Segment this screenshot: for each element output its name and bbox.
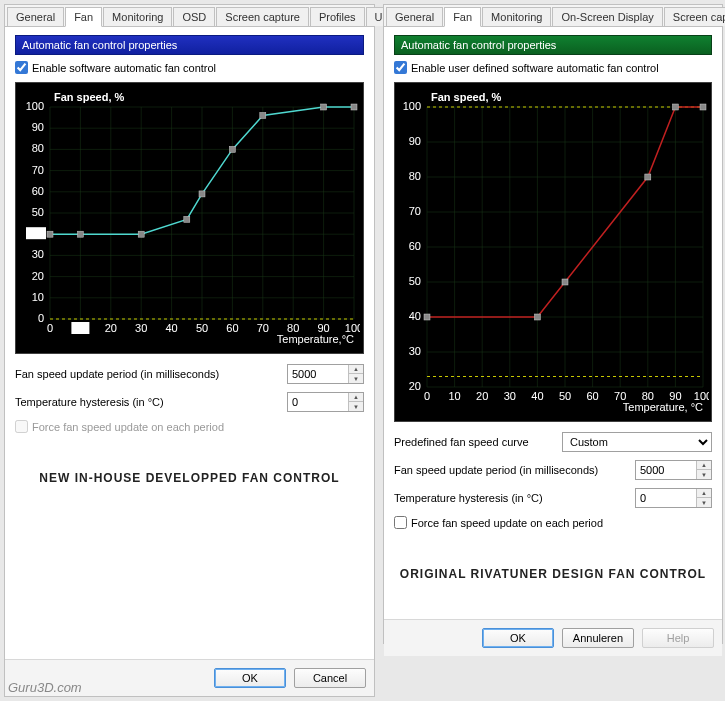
tab-osd[interactable]: OSD <box>173 7 215 26</box>
svg-text:60: 60 <box>586 390 598 402</box>
svg-rect-58 <box>351 104 357 110</box>
update-period-field[interactable] <box>288 367 348 381</box>
svg-text:20: 20 <box>105 322 117 334</box>
curve-preset-select[interactable]: Custom <box>562 432 712 452</box>
svg-rect-55 <box>229 146 235 152</box>
svg-text:10: 10 <box>74 322 86 334</box>
tab-general[interactable]: General <box>386 7 443 26</box>
svg-text:50: 50 <box>409 275 421 287</box>
spin-down-icon[interactable]: ▼ <box>697 498 711 507</box>
force-update-label: Force fan speed update on each period <box>32 421 224 433</box>
svg-text:60: 60 <box>32 185 44 197</box>
svg-rect-56 <box>260 112 266 118</box>
svg-text:70: 70 <box>257 322 269 334</box>
svg-rect-104 <box>534 314 540 320</box>
tab-fan[interactable]: Fan <box>65 7 102 27</box>
svg-text:80: 80 <box>32 142 44 154</box>
svg-rect-54 <box>199 191 205 197</box>
svg-text:40: 40 <box>30 227 42 239</box>
svg-text:60: 60 <box>226 322 238 334</box>
spin-down-icon[interactable]: ▼ <box>349 374 363 383</box>
svg-text:30: 30 <box>504 390 516 402</box>
svg-text:80: 80 <box>409 170 421 182</box>
hysteresis-label: Temperature hysteresis (in °C) <box>394 492 543 504</box>
svg-text:100: 100 <box>403 100 421 112</box>
update-period-field[interactable] <box>636 463 696 477</box>
curve-preset-label: Predefined fan speed curve <box>394 436 529 448</box>
hysteresis-input[interactable]: ▲▼ <box>635 488 712 508</box>
section-header: Automatic fan control properties <box>394 35 712 55</box>
spin-down-icon[interactable]: ▼ <box>349 402 363 411</box>
tab-osd[interactable]: On-Screen Display <box>552 7 662 26</box>
svg-text:40: 40 <box>165 322 177 334</box>
svg-text:10: 10 <box>32 291 44 303</box>
spin-up-icon[interactable]: ▲ <box>349 365 363 374</box>
svg-rect-57 <box>321 104 327 110</box>
tab-fan[interactable]: Fan <box>444 7 481 27</box>
spin-up-icon[interactable]: ▲ <box>697 489 711 498</box>
svg-rect-53 <box>184 216 190 222</box>
force-update-box <box>15 420 28 433</box>
svg-text:0: 0 <box>47 322 53 334</box>
svg-text:60: 60 <box>409 240 421 252</box>
spin-up-icon[interactable]: ▲ <box>349 393 363 402</box>
svg-text:20: 20 <box>32 270 44 282</box>
watermark: Guru3D.com <box>8 680 82 695</box>
svg-text:50: 50 <box>32 206 44 218</box>
tab-general[interactable]: General <box>7 7 64 26</box>
svg-rect-106 <box>645 174 651 180</box>
spin-down-icon[interactable]: ▼ <box>697 470 711 479</box>
fan-curve-chart[interactable]: 0101020304050607080901000102030405060708… <box>15 82 364 354</box>
force-update-box[interactable] <box>394 516 407 529</box>
svg-text:0: 0 <box>38 312 44 324</box>
svg-text:30: 30 <box>32 248 44 260</box>
svg-text:40: 40 <box>531 390 543 402</box>
update-period-label: Fan speed update period (in milliseconds… <box>394 464 598 476</box>
svg-text:30: 30 <box>409 345 421 357</box>
tab-screen-capture[interactable]: Screen capture <box>664 7 725 26</box>
force-update-checkbox[interactable]: Force fan speed update on each period <box>394 516 712 529</box>
svg-text:Fan speed, %: Fan speed, % <box>431 91 502 103</box>
enable-auto-fan-box[interactable] <box>15 61 28 74</box>
svg-text:50: 50 <box>196 322 208 334</box>
spin-up-icon[interactable]: ▲ <box>697 461 711 470</box>
force-update-checkbox: Force fan speed update on each period <box>15 420 364 433</box>
cancel-button[interactable]: Annuleren <box>562 628 634 648</box>
ok-button[interactable]: OK <box>214 668 286 688</box>
svg-text:20: 20 <box>476 390 488 402</box>
hysteresis-field[interactable] <box>636 491 696 505</box>
tabs-left: General Fan Monitoring OSD Screen captur… <box>5 5 374 27</box>
update-period-input[interactable]: ▲▼ <box>287 364 364 384</box>
svg-text:10: 10 <box>448 390 460 402</box>
svg-text:70: 70 <box>409 205 421 217</box>
fan-curve-chart[interactable]: 0102030405060708090100203040506070809010… <box>394 82 712 422</box>
svg-rect-51 <box>77 231 83 237</box>
tab-monitoring[interactable]: Monitoring <box>482 7 551 26</box>
update-period-input[interactable]: ▲▼ <box>635 460 712 480</box>
enable-auto-fan-box[interactable] <box>394 61 407 74</box>
update-period-label: Fan speed update period (in milliseconds… <box>15 368 219 380</box>
svg-rect-52 <box>138 231 144 237</box>
svg-text:100: 100 <box>26 100 44 112</box>
ok-button[interactable]: OK <box>482 628 554 648</box>
svg-text:40: 40 <box>409 310 421 322</box>
svg-text:Temperature, °C: Temperature, °C <box>623 401 703 413</box>
svg-text:Fan speed, %: Fan speed, % <box>54 91 125 103</box>
svg-text:90: 90 <box>32 121 44 133</box>
svg-rect-50 <box>47 231 53 237</box>
cancel-button[interactable]: Cancel <box>294 668 366 688</box>
svg-rect-105 <box>562 279 568 285</box>
hysteresis-input[interactable]: ▲▼ <box>287 392 364 412</box>
enable-auto-fan-checkbox[interactable]: Enable software automatic fan control <box>15 61 364 74</box>
enable-auto-fan-checkbox[interactable]: Enable user defined software automatic f… <box>394 61 712 74</box>
svg-text:70: 70 <box>32 164 44 176</box>
enable-auto-fan-label: Enable software automatic fan control <box>32 62 216 74</box>
tab-monitoring[interactable]: Monitoring <box>103 7 172 26</box>
tab-screen-capture[interactable]: Screen capture <box>216 7 309 26</box>
svg-text:Temperature,°C: Temperature,°C <box>277 333 354 345</box>
tab-profiles[interactable]: Profiles <box>310 7 365 26</box>
section-header: Automatic fan control properties <box>15 35 364 55</box>
hysteresis-field[interactable] <box>288 395 348 409</box>
hysteresis-label: Temperature hysteresis (in °C) <box>15 396 164 408</box>
svg-rect-108 <box>700 104 706 110</box>
